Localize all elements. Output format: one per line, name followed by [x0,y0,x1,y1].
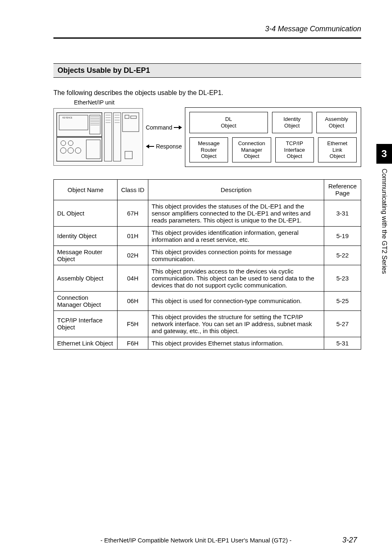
table-header-row: Object Name Class ID Description Referen… [54,179,361,200]
table-row: DL Object67HThis object provides the sta… [54,200,361,226]
cell-description: This object provides identification info… [148,226,324,246]
cell-description: This object provides the statuses of the… [148,200,324,226]
header-rule [53,37,361,39]
command-arrow: Command [146,124,182,131]
obj-message-router: MessageRouterObject [189,137,228,162]
cell-description: This object provides Ethernet status inf… [148,337,324,349]
cell-reference-page: 3-31 [324,200,361,226]
svg-rect-21 [131,116,136,118]
svg-rect-16 [86,140,100,159]
objects-bottom-row: MessageRouterObject ConnectionManagerObj… [189,137,357,162]
svg-rect-22 [125,151,132,159]
footer: - EtherNet/IP Compatible Network Unit DL… [0,537,392,544]
chapter-tab: 3 Communicating with the GT2 Series [376,144,392,274]
objects-box: DLObject IdentityObject AssemblyObject M… [185,107,361,167]
th-ref: Reference Page [324,179,361,200]
obj-dl: DLObject [189,112,268,133]
response-arrow: Response [146,143,182,150]
obj-ethernet-link: EthernetLinkObject [318,137,357,162]
cell-object-name: Assembly Object [54,265,118,291]
objects-top-row: DLObject IdentityObject AssemblyObject [189,112,357,133]
chapter-text: Communicating with the GT2 Series [380,169,388,274]
table-row: Message Router Object02HThis object prov… [54,246,361,265]
svg-point-15 [75,148,81,153]
table-row: Connection Manager Object06HThis object … [54,291,361,310]
page-number: 3-27 [342,536,357,544]
cell-description: This object provides the structure for s… [148,310,324,337]
objects-table: Object Name Class ID Description Referen… [53,179,361,350]
obj-assembly: AssemblyObject [316,112,357,133]
section-header: 3-4 Message Communication [53,25,361,33]
cell-description: This object provides connection points f… [148,246,324,265]
arrows-column: Command Response [145,124,182,150]
cell-object-name: Ethernet Link Object [54,337,118,349]
svg-point-13 [60,148,66,153]
table-row: Identity Object01HThis object provides i… [54,226,361,246]
cell-object-name: DL Object [54,200,118,226]
chapter-number: 3 [376,144,392,164]
section-title: Objects Usable by DL-EP1 [53,63,361,78]
arrow-left-icon [146,144,154,149]
cell-object-name: Connection Manager Object [54,291,118,310]
cell-reference-page: 5-19 [324,226,361,246]
cell-class-id: 04H [118,265,148,291]
device-label: EtherNet/IP unit [74,99,361,106]
response-label: Response [156,143,182,150]
svg-point-11 [61,141,66,146]
obj-identity: IdentityObject [272,112,312,133]
arrow-right-icon [174,125,182,130]
th-name: Object Name [54,179,118,200]
plc-device-icon: KEYENCE [55,110,141,164]
cell-class-id: 67H [118,200,148,226]
cell-reference-page: 5-27 [324,310,361,337]
th-desc: Description [148,179,324,200]
cell-reference-page: 5-31 [324,337,361,349]
cell-class-id: 06H [118,291,148,310]
cell-class-id: 02H [118,246,148,265]
cell-class-id: F6H [118,337,148,349]
table-row: Assembly Object04HThis object provides a… [54,265,361,291]
table-row: Ethernet Link ObjectF6HThis object provi… [54,337,361,349]
svg-rect-3 [90,115,100,134]
svg-rect-10 [57,137,102,161]
cell-object-name: Identity Object [54,226,118,246]
cell-object-name: TCP/IP Interface Object [54,310,118,337]
th-class: Class ID [118,179,148,200]
cell-reference-page: 5-22 [324,246,361,265]
footer-text: - EtherNet/IP Compatible Network Unit DL… [100,537,291,544]
cell-description: This object provides access to the devic… [148,265,324,291]
command-label: Command [146,124,173,131]
svg-rect-20 [125,115,129,118]
cell-object-name: Message Router Object [54,246,118,265]
cell-reference-page: 5-25 [324,291,361,310]
cell-reference-page: 5-23 [324,265,361,291]
cell-class-id: F5H [118,310,148,337]
cell-description: This object is used for connection-type … [148,291,324,310]
svg-point-14 [68,148,74,153]
intro-text: The following describes the objects usab… [53,89,361,97]
obj-connection-manager: ConnectionManagerObject [232,137,271,162]
svg-point-12 [68,141,73,146]
table-row: TCP/IP Interface ObjectF5HThis object pr… [54,310,361,337]
obj-tcpip: TCP/IPInterfaceObject [275,137,314,162]
cell-class-id: 01H [118,226,148,246]
diagram-area: KEYENCE [53,107,361,167]
device-illustration: KEYENCE [53,108,143,166]
svg-text:KEYENCE: KEYENCE [62,116,73,119]
